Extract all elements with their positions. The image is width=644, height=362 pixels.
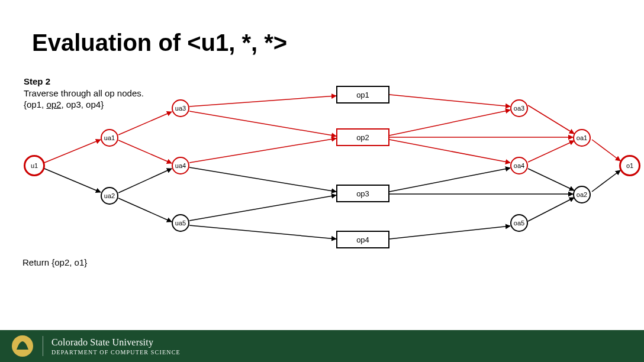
node-oa3: oa3 xyxy=(510,99,528,117)
svg-line-9 xyxy=(189,167,336,192)
step-description: Step 2 Traverse through all op nodes. {o… xyxy=(24,76,144,111)
svg-line-7 xyxy=(189,111,336,136)
node-op4: op4 xyxy=(336,231,389,248)
node-oa2: oa2 xyxy=(573,186,591,203)
step-line-2-prefix: {op1, xyxy=(24,99,46,109)
node-ua5: ua5 xyxy=(172,214,189,232)
university-logo-icon xyxy=(11,334,34,358)
svg-line-13 xyxy=(389,110,510,135)
step-heading: Step 2 xyxy=(24,76,144,88)
svg-line-20 xyxy=(528,141,574,162)
svg-line-6 xyxy=(189,96,336,106)
svg-line-12 xyxy=(389,95,510,106)
svg-line-21 xyxy=(528,169,574,190)
step-line-2: {op1, op2, op3, op4} xyxy=(24,99,144,111)
page-title: Evaluation of <u1, *, *> xyxy=(32,30,287,56)
svg-line-4 xyxy=(118,169,172,193)
svg-line-1 xyxy=(44,169,101,192)
svg-line-2 xyxy=(118,112,172,135)
svg-line-23 xyxy=(592,140,620,161)
svg-line-16 xyxy=(389,168,510,192)
svg-line-18 xyxy=(389,226,510,239)
svg-line-15 xyxy=(389,140,510,163)
slide: Evaluation of <u1, *, *> Step 2 Traverse… xyxy=(0,0,644,362)
node-u1: u1 xyxy=(24,155,45,176)
node-ua4: ua4 xyxy=(172,157,189,174)
node-op2: op2 xyxy=(336,128,389,146)
step-line-1: Traverse through all op nodes. xyxy=(24,88,144,99)
node-op1: op1 xyxy=(336,86,389,104)
svg-line-19 xyxy=(528,105,574,134)
footer: Colorado State University DEPARTMENT OF … xyxy=(0,330,644,362)
step-line-2-suffix: , op3, op4} xyxy=(61,99,104,109)
svg-line-22 xyxy=(528,198,574,221)
svg-line-5 xyxy=(118,198,172,222)
university-name: Colorado State University xyxy=(51,337,181,348)
footer-separator xyxy=(43,336,43,356)
node-op3: op3 xyxy=(336,185,389,202)
node-oa1: oa1 xyxy=(573,129,591,147)
return-text: Return {op2, o1} xyxy=(22,257,87,267)
node-o1: o1 xyxy=(619,155,640,176)
svg-line-8 xyxy=(189,138,336,163)
department-name: DEPARTMENT OF COMPUTER SCIENCE xyxy=(51,349,181,355)
svg-line-3 xyxy=(118,140,172,163)
svg-line-10 xyxy=(189,195,336,221)
step-line-2-underlined: op2 xyxy=(46,99,61,109)
node-ua1: ua1 xyxy=(101,129,118,147)
footer-text: Colorado State University DEPARTMENT OF … xyxy=(51,337,181,355)
node-ua2: ua2 xyxy=(101,187,118,205)
node-oa4: oa4 xyxy=(510,157,528,174)
svg-line-24 xyxy=(592,170,620,192)
svg-line-0 xyxy=(44,140,101,163)
node-ua3: ua3 xyxy=(172,99,189,117)
node-oa5: oa5 xyxy=(510,214,528,232)
svg-line-11 xyxy=(189,225,336,239)
